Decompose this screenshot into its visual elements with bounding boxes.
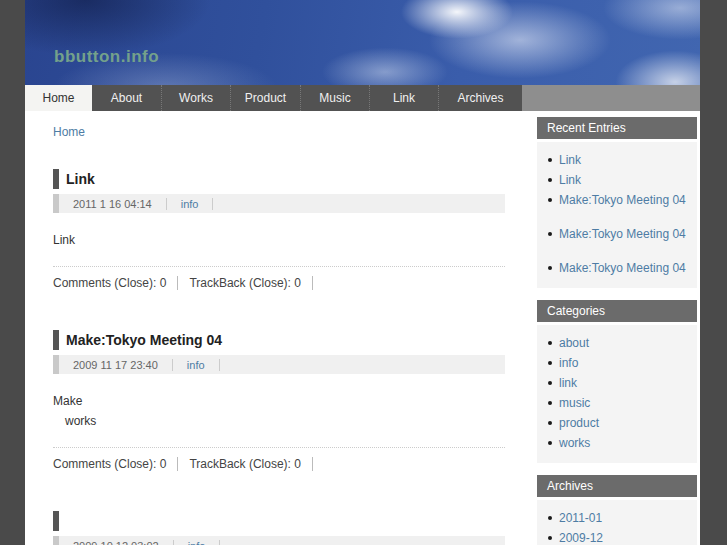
archive-link[interactable]: 2011-01 [559,511,602,525]
main-column: Home Link 2011 1 16 04:14 info Link [53,111,505,545]
entry-date-row: 2011 1 16 04:14 info [53,194,505,213]
blog-entry: Make:Tokyo Meeting 04 2009 11 17 23:40 i… [53,330,505,471]
entry-body-line: works [53,411,505,431]
separator [177,276,178,290]
sidebar: Recent Entries Link Link Make:Tokyo Meet… [537,117,697,545]
archive-link[interactable]: 2009-12 [559,531,603,545]
nav-tab-music[interactable]: Music [300,85,369,111]
entry-title-bar [53,511,59,531]
list-item: Make:Tokyo Meeting 04 [537,190,697,210]
entry-title-row [53,511,505,531]
breadcrumb: Home [53,125,505,139]
category-link[interactable]: works [559,436,590,450]
site-title: bbutton.info [54,47,159,67]
date-row-bar [53,355,59,374]
categories-list: about info link music product works [537,325,697,463]
list-item: info [537,353,697,373]
sidebar-section-title: Recent Entries [537,117,697,139]
list-item: Make:Tokyo Meeting 04 [537,224,697,244]
sidebar-archives: Archives 2011-01 2009-12 2009-11 [537,475,697,545]
separator [173,540,174,545]
blog-entry: 2009 10 12 03:02 info [53,511,505,545]
recent-entries-list: Link Link Make:Tokyo Meeting 04 Make:Tok… [537,142,697,288]
list-item: Make:Tokyo Meeting 04 [537,258,697,278]
entry-date-row: 2009 11 17 23:40 info [53,355,505,374]
category-link[interactable]: product [559,416,599,430]
trackback-count: TrackBack (Close): 0 [189,457,301,471]
separator [212,198,213,210]
list-item: works [537,433,697,453]
entry-meta-row: Comments (Close): 0 TrackBack (Close): 0 [53,266,505,290]
nav-tab-works[interactable]: Works [161,85,230,111]
entry-category-link[interactable]: info [181,198,199,210]
header-sky-banner: bbutton.info [25,0,700,85]
date-row-bar [53,194,59,213]
separator [219,540,220,545]
sidebar-categories: Categories about info link music product… [537,300,697,463]
blog-entry: Link 2011 1 16 04:14 info Link Comments … [53,169,505,290]
separator [172,359,173,371]
category-link[interactable]: about [559,336,589,350]
entry-date: 2009 10 12 03:02 [73,540,159,545]
breadcrumb-home-link[interactable]: Home [53,125,85,139]
list-item: music [537,393,697,413]
entry-date: 2011 1 16 04:14 [73,198,152,210]
separator [177,457,178,471]
entry-date: 2009 11 17 23:40 [73,359,158,371]
list-item: product [537,413,697,433]
sidebar-section-title: Categories [537,300,697,322]
entry-body-line: Make [53,391,505,411]
entry-body: Link [53,230,505,250]
entry-title-row: Link [53,169,505,189]
category-link[interactable]: link [559,376,577,390]
sidebar-recent-entries: Recent Entries Link Link Make:Tokyo Meet… [537,117,697,288]
trackback-count: TrackBack (Close): 0 [189,276,301,290]
separator [312,276,313,290]
list-item: 2011-01 [537,508,697,528]
entry-title-row: Make:Tokyo Meeting 04 [53,330,505,350]
list-item: Link [537,170,697,190]
page-wrapper: bbutton.info Home About Works Product Mu… [25,0,700,545]
nav-tab-link[interactable]: Link [369,85,438,111]
archives-list: 2011-01 2009-12 2009-11 [537,500,697,545]
main-nav: Home About Works Product Music Link Arch… [25,85,700,111]
entry-category-link[interactable]: info [188,540,206,545]
recent-entry-link[interactable]: Link [559,173,581,187]
list-item: Link [537,150,697,170]
recent-entry-link[interactable]: Make:Tokyo Meeting 04 [559,227,686,241]
separator [312,457,313,471]
entry-title-bar [53,169,59,189]
nav-tab-product[interactable]: Product [230,85,300,111]
list-item: 2009-12 [537,528,697,545]
entry-meta-row: Comments (Close): 0 TrackBack (Close): 0 [53,447,505,471]
nav-tab-home[interactable]: Home [25,85,92,111]
nav-tab-archives[interactable]: Archives [438,85,522,111]
recent-entry-link[interactable]: Link [559,153,581,167]
entry-title-bar [53,330,59,350]
recent-entry-link[interactable]: Make:Tokyo Meeting 04 [559,193,686,207]
entry-body-line: Link [53,230,505,250]
separator [219,359,220,371]
category-link[interactable]: music [559,396,590,410]
separator [166,198,167,210]
sidebar-section-title: Archives [537,475,697,497]
list-item: about [537,333,697,353]
comments-count: Comments (Close): 0 [53,457,166,471]
entry-date-row: 2009 10 12 03:02 info [53,536,505,545]
entry-body: Make works [53,391,505,431]
entry-category-link[interactable]: info [187,359,205,371]
category-link[interactable]: info [559,356,578,370]
entry-title: Link [66,171,95,187]
list-item: link [537,373,697,393]
date-row-bar [53,536,59,545]
content-area: Home Link 2011 1 16 04:14 info Link [25,111,700,545]
comments-count: Comments (Close): 0 [53,276,166,290]
nav-tab-about[interactable]: About [92,85,161,111]
entry-title: Make:Tokyo Meeting 04 [66,332,222,348]
recent-entry-link[interactable]: Make:Tokyo Meeting 04 [559,261,686,275]
